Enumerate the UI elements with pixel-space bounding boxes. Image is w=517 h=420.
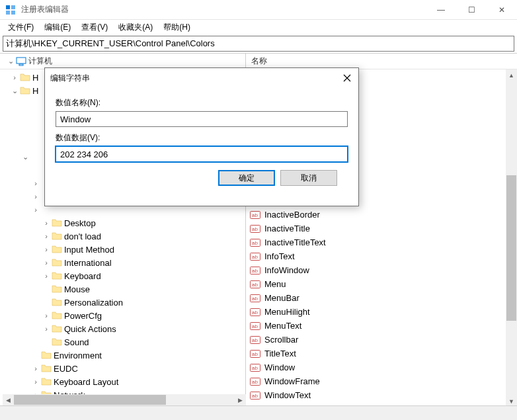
expander-icon[interactable]: › [30,179,41,187]
list-item[interactable]: abInactiveTitle [246,222,517,235]
svg-text:ab: ab [252,226,258,232]
window-title: 注册表编辑器 [21,4,426,15]
tree-item[interactable]: ›don't load [0,230,245,243]
close-button[interactable]: ✕ [487,0,517,20]
string-value-icon: ab [250,376,260,387]
address-bar[interactable]: 计算机\HKEY_CURRENT_USER\Control Panel\Colo… [3,36,514,52]
tree-root-label[interactable]: 计算机 [26,56,52,67]
expander-icon[interactable]: › [41,312,52,319]
tree-item[interactable]: ›Keyboard [0,269,245,282]
expander-icon[interactable]: › [41,259,52,267]
list-item[interactable]: abMenuHilight [246,305,517,319]
scroll-left-icon[interactable]: ◀ [3,397,14,403]
expander-icon[interactable]: › [9,73,20,81]
list-item[interactable]: abMenuText [246,319,517,333]
list-item-label: InactiveTitleText [260,237,326,247]
scroll-up-icon[interactable]: ▲ [506,69,517,81]
list-item[interactable]: abScrollbar [246,333,517,347]
list-item[interactable]: abMenu [246,277,517,291]
horizontal-scrollbar[interactable]: ◀ ▶ [3,394,246,405]
window-controls: — ☐ ✕ [426,0,517,20]
expander-icon[interactable]: › [30,378,41,386]
value-data-input[interactable] [56,146,348,162]
tree-item-label: Keyboard Layout [52,377,118,387]
string-value-icon: ab [250,224,260,234]
scroll-right-icon[interactable]: ▶ [235,397,246,403]
folder-icon [52,337,62,347]
svg-text:ab: ab [252,337,258,343]
tree-item[interactable]: Environment [0,349,245,362]
string-value-icon: ab [250,335,260,345]
dialog-titlebar[interactable]: 编辑字符串 [45,68,358,88]
tree-item[interactable]: ›EUDC [0,362,245,375]
tree-item[interactable]: ›Keyboard Layout [0,375,245,388]
expander-icon[interactable]: › [41,272,52,280]
expander-icon[interactable]: › [41,245,52,253]
tree-item[interactable]: Personalization [0,296,245,309]
list-item-label: InfoText [260,251,295,261]
maximize-button[interactable]: ☐ [456,0,487,20]
dialog-close-button[interactable] [337,68,357,88]
folder-icon [52,271,62,281]
minimize-button[interactable]: — [426,0,456,20]
tree-item[interactable]: ›Input Method [0,243,245,256]
tree-item-label: don't load [62,231,101,241]
svg-text:ab: ab [252,393,258,399]
svg-rect-5 [19,64,23,65]
tree-item[interactable]: Mouse [0,282,245,296]
vertical-scrollbar[interactable]: ▲ ▼ [506,69,517,407]
value-name-input[interactable] [56,111,348,127]
list-item[interactable]: abMenuBar [246,291,517,305]
expander-icon[interactable]: › [41,219,52,227]
expander-icon[interactable]: › [41,232,52,240]
list-item[interactable]: abWindow [246,360,517,374]
tree-item-label: Mouse [62,284,90,294]
list-item-label: MenuText [260,321,301,331]
svg-text:ab: ab [252,268,258,274]
list-item[interactable]: abTitleText [246,347,517,360]
expander-icon[interactable]: ⌄ [9,87,20,95]
expander-icon[interactable]: › [30,192,41,200]
list-item[interactable]: abWindowFrame [246,374,517,388]
cancel-button[interactable]: 取消 [280,170,337,186]
menu-edit[interactable]: 编辑(E) [39,21,76,34]
tree-item[interactable]: ›PowerCfg [0,309,245,322]
tree-item-label: Input Method [62,245,114,255]
expander-icon[interactable]: › [30,364,41,372]
list-item[interactable]: abInfoWindow [246,263,517,277]
svg-text:ab: ab [252,365,258,371]
string-value-icon: ab [250,251,260,262]
scroll-track[interactable] [14,394,235,405]
list-item-label: Scrollbar [260,335,298,345]
svg-rect-0 [6,5,10,9]
tree-item[interactable]: ›Desktop [0,216,245,230]
svg-text:ab: ab [252,212,258,218]
menu-favorites[interactable]: 收藏夹(A) [113,21,158,34]
string-value-icon: ab [250,237,260,248]
expander-icon[interactable]: › [41,325,52,333]
expander-icon[interactable]: ⌄ [5,57,16,65]
statusbar [0,405,517,420]
tree-item-label: Personalization [62,298,123,308]
tree-item[interactable]: ›International [0,256,245,269]
tree-item-label: Environment [52,351,102,360]
tree-item[interactable]: ›Quick Actions [0,322,245,335]
expander-icon[interactable]: › [30,206,41,214]
string-value-icon: ab [250,293,260,304]
list-item[interactable]: abWindowText [246,388,517,402]
ok-button[interactable]: 确定 [218,170,275,186]
list-item-label: InactiveBorder [260,210,320,220]
expander-icon[interactable]: ⌄ [20,153,30,161]
titlebar: 注册表编辑器 — ☐ ✕ [0,0,517,20]
list-item[interactable]: abInactiveBorder [246,208,517,222]
scroll-thumb[interactable] [506,175,516,321]
svg-text:ab: ab [252,323,258,329]
list-item[interactable]: abInactiveTitleText [246,235,517,249]
menu-view[interactable]: 查看(V) [76,21,113,34]
tree-item[interactable]: Sound [0,335,245,349]
scroll-thumb[interactable] [14,395,166,405]
menu-file[interactable]: 文件(F) [3,21,39,34]
svg-rect-3 [11,11,15,15]
menu-help[interactable]: 帮助(H) [158,21,196,34]
list-item[interactable]: abInfoText [246,249,517,263]
